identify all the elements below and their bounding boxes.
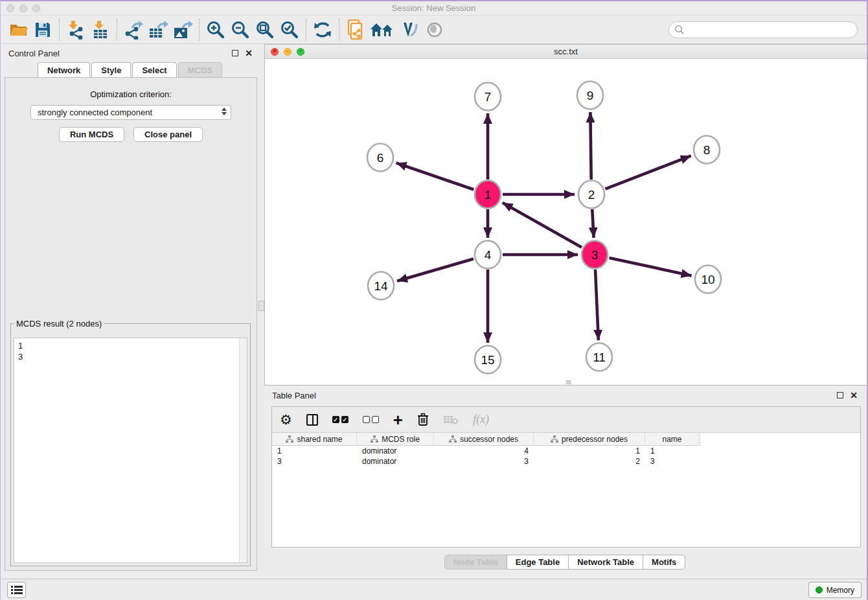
network-attr-icon — [449, 435, 457, 443]
home-icon[interactable] — [368, 18, 398, 41]
table-row[interactable]: 1 dominator 4 1 1 — [272, 446, 701, 456]
delete-table-icon — [443, 415, 459, 425]
search-box[interactable] — [668, 21, 858, 38]
edge-3-10[interactable] — [609, 258, 691, 276]
zoom-fit-icon[interactable] — [253, 18, 277, 41]
node-label-9: 9 — [587, 89, 594, 102]
cell-shared-name[interactable]: 1 — [272, 446, 357, 456]
toolbar-separator — [339, 19, 339, 41]
main-toolbar — [1, 16, 867, 44]
column-header-shared-name[interactable]: shared name — [272, 433, 357, 445]
import-table-icon[interactable] — [88, 18, 113, 41]
tab-edge-table[interactable]: Edge Table — [507, 555, 569, 570]
export-network-icon[interactable] — [121, 18, 146, 41]
add-column-icon[interactable]: + — [393, 413, 403, 426]
column-split-icon[interactable] — [306, 414, 318, 426]
column-header-mcds-role[interactable]: MCDS role — [357, 433, 434, 445]
search-icon — [674, 25, 685, 35]
search-input[interactable] — [685, 23, 857, 36]
gear-icon[interactable]: ⚙ — [280, 413, 292, 426]
edge-1-6[interactable] — [396, 163, 474, 189]
application-window: Session: New Session — [0, 0, 868, 600]
node-table[interactable]: shared name MCDS role — [272, 433, 701, 467]
zoom-selected-icon[interactable] — [277, 18, 302, 41]
tab-select[interactable]: Select — [132, 62, 176, 77]
tab-network-table[interactable]: Network Table — [568, 555, 643, 570]
cell-name[interactable]: 3 — [645, 457, 700, 466]
network-attr-icon — [551, 435, 558, 443]
tab-node-table[interactable]: Node Table — [444, 555, 507, 570]
select-all-icon[interactable]: ✓✓ — [332, 416, 348, 423]
close-panel-button[interactable]: Close panel — [133, 127, 203, 142]
cell-predecessor-nodes[interactable]: 1 — [534, 446, 645, 456]
mcds-result-title: MCDS result (2 nodes) — [14, 319, 104, 329]
table-row[interactable]: 3 dominator 3 2 3 — [272, 456, 701, 467]
zoom-in-icon[interactable] — [203, 18, 228, 41]
column-header-name[interactable]: name — [645, 433, 700, 445]
result-scrollbar[interactable] — [239, 338, 247, 562]
optimization-criterion-label: Optimization criterion: — [5, 89, 257, 99]
node-table-container: ⚙ ✓✓ + — [271, 406, 861, 548]
canvas-scroll-grip[interactable] — [566, 380, 571, 384]
task-list-icon — [11, 585, 23, 595]
node-table-header: shared name MCDS role — [272, 433, 701, 446]
edge-2-9[interactable] — [590, 112, 591, 179]
mcds-result-list: 1 3 — [14, 338, 239, 562]
table-panel-header: Table Panel ✕ — [264, 387, 865, 404]
control-panel: Control Panel ✕ Network Style Select MCD… — [1, 44, 260, 579]
mcds-panel-body: Optimization criterion: strongly connect… — [5, 77, 257, 571]
edge-3-11[interactable] — [595, 270, 599, 340]
close-panel-icon[interactable]: ✕ — [245, 50, 253, 56]
save-session-icon[interactable] — [30, 18, 55, 41]
task-history-button[interactable] — [7, 582, 26, 598]
edge-2-3[interactable] — [592, 209, 593, 238]
table-toolbar: ⚙ ✓✓ + — [272, 407, 860, 433]
cell-successor-nodes[interactable]: 3 — [434, 457, 534, 466]
duplicate-network-icon[interactable] — [343, 18, 368, 41]
column-header-successor-nodes[interactable]: successor nodes — [434, 433, 534, 445]
network-attr-icon — [371, 435, 378, 443]
deselect-all-icon[interactable] — [363, 416, 379, 423]
zoom-out-icon[interactable] — [228, 18, 253, 41]
network-graph[interactable]: 1234678910111415 — [265, 59, 867, 385]
edge-4-14[interactable] — [397, 259, 474, 281]
tab-mcds[interactable]: MCDS — [178, 62, 222, 77]
refresh-layout-icon[interactable] — [310, 18, 335, 41]
cell-predecessor-nodes[interactable]: 2 — [534, 457, 645, 466]
float-panel-icon[interactable] — [232, 50, 238, 56]
table-tabs: Node Table Edge Table Network Table Moti… — [264, 555, 865, 570]
control-panel-header: Control Panel ✕ — [1, 44, 260, 62]
tab-motifs[interactable]: Motifs — [643, 555, 685, 570]
criterion-select[interactable]: strongly connected component — [30, 105, 231, 120]
tab-network[interactable]: Network — [38, 62, 90, 77]
apply-style-icon[interactable] — [398, 18, 422, 41]
tab-style[interactable]: Style — [91, 62, 131, 77]
mcds-result-line: 1 — [18, 340, 235, 351]
toolbar-separator — [59, 19, 60, 41]
delete-icon[interactable] — [417, 413, 429, 426]
float-table-panel-icon[interactable] — [837, 392, 843, 398]
cell-mcds-role[interactable]: dominator — [357, 446, 434, 456]
cell-successor-nodes[interactable]: 4 — [434, 446, 534, 456]
cell-name[interactable]: 1 — [645, 446, 700, 456]
memory-button[interactable]: Memory — [808, 582, 862, 598]
node-label-10: 10 — [701, 273, 714, 286]
edge-2-8[interactable] — [605, 156, 691, 189]
node-label-8: 8 — [703, 143, 711, 157]
edge-3-1[interactable] — [503, 203, 582, 248]
column-header-predecessor-nodes[interactable]: predecessor nodes — [534, 433, 645, 445]
function-builder-icon: f(x) — [473, 413, 489, 426]
import-network-icon[interactable] — [63, 18, 88, 41]
export-table-icon[interactable] — [146, 18, 170, 41]
eye-icon[interactable] — [422, 18, 447, 41]
splitter-grip[interactable] — [258, 301, 264, 311]
cell-mcds-role[interactable]: dominator — [357, 457, 434, 466]
network-canvas[interactable]: 1234678910111415 — [265, 59, 867, 385]
node-label-15: 15 — [481, 353, 494, 367]
cell-shared-name[interactable]: 3 — [272, 457, 357, 466]
export-image-icon[interactable] — [170, 18, 195, 41]
run-mcds-button[interactable]: Run MCDS — [59, 127, 124, 142]
open-file-icon[interactable] — [6, 18, 30, 41]
close-table-panel-icon[interactable]: ✕ — [850, 392, 858, 398]
node-label-4: 4 — [485, 248, 492, 262]
